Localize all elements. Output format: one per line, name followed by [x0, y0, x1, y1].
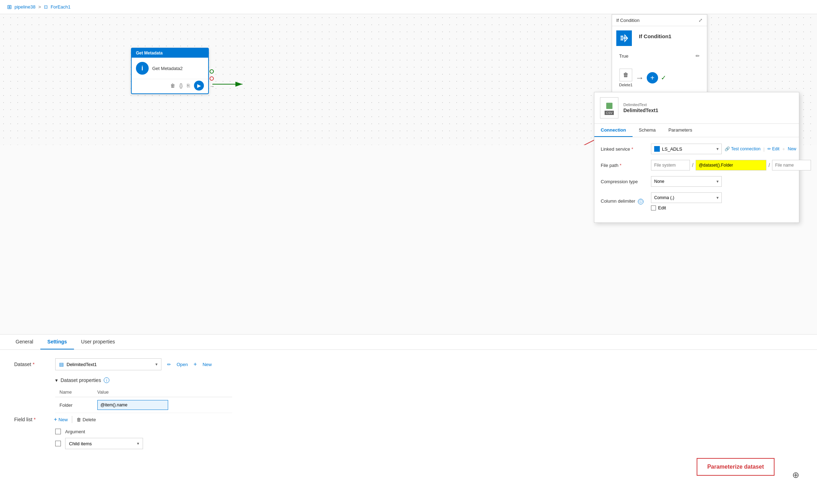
- bottom-panel: General Settings User properties Dataset…: [0, 334, 817, 504]
- path-separator2: /: [768, 162, 771, 168]
- new-linked-service-btn[interactable]: New: [788, 146, 796, 151]
- edit-checkbox[interactable]: [651, 205, 656, 210]
- open-dataset-btn[interactable]: Open: [177, 362, 188, 367]
- parameterize-dataset-btn[interactable]: Parameterize dataset: [697, 458, 775, 476]
- dataset-row: Dataset ▤ DelimitedText1 ▾ ✏ Open + New: [14, 358, 803, 370]
- pipeline-canvas[interactable]: Get Metadata i Get Metadata2 🗑 {} ⎘ ▶: [0, 14, 817, 145]
- if-condition-icon: [616, 30, 632, 46]
- tab-user-properties[interactable]: User properties: [74, 335, 122, 349]
- child-items-row: Child items ▾: [55, 438, 803, 449]
- copy-btn[interactable]: ⎘: [187, 83, 190, 88]
- dataset-icon: ▤: [59, 361, 64, 367]
- collapse-props-btn[interactable]: ▾: [55, 377, 58, 383]
- ls-separator: |: [764, 146, 765, 152]
- child-items-checkbox[interactable]: [55, 441, 61, 446]
- tab-connection[interactable]: Connection: [594, 124, 633, 137]
- linked-service-controls: LS_ADLS ▾ 🔗 Test connection | ✏ Edit + N…: [651, 144, 796, 154]
- if-true-section: True ✏: [616, 52, 703, 60]
- dataset-properties-table: Name Value Folder: [55, 387, 232, 413]
- add-activity-btn[interactable]: +: [647, 72, 658, 83]
- activity-header: Get Metadata: [132, 48, 208, 58]
- path-separator1: /: [691, 162, 694, 168]
- success-connector[interactable]: [210, 69, 214, 74]
- new-field-btn[interactable]: + New: [54, 416, 68, 423]
- delete1-activity[interactable]: 🗑 Delete1: [619, 69, 633, 87]
- edit-linked-service-btn[interactable]: ✏ Edit: [767, 146, 779, 151]
- delete-field-btn[interactable]: 🗑 Delete: [76, 417, 96, 422]
- compression-dropdown[interactable]: None ▾: [651, 176, 722, 187]
- new-dataset-plus-icon[interactable]: +: [194, 361, 197, 367]
- folder-path-input[interactable]: @dataset().Folder: [696, 160, 766, 170]
- compression-row: Compression type None ▾: [601, 176, 793, 187]
- value-column-header: Value: [93, 387, 232, 397]
- trash-icon: 🗑: [623, 72, 629, 78]
- folder-value-input[interactable]: [97, 400, 168, 410]
- ls-value: LS_ADLS: [662, 146, 682, 152]
- csv-icon: ▦ CSV: [600, 97, 618, 118]
- failure-connector[interactable]: [210, 76, 214, 81]
- crosshair-icon[interactable]: ⊕: [792, 470, 799, 480]
- child-items-dropdown[interactable]: Child items ▾: [65, 438, 143, 449]
- file-path-inputs: / @dataset().Folder /: [651, 160, 811, 170]
- argument-item-row: Argument: [55, 429, 803, 434]
- col-delimiter-info-icon[interactable]: ⓘ: [638, 199, 644, 204]
- linked-service-dropdown[interactable]: LS_ADLS ▾: [651, 144, 722, 154]
- delete-trash-icon: 🗑: [76, 417, 81, 422]
- argument-checkbox[interactable]: [55, 429, 61, 434]
- delete-activity-btn[interactable]: 🗑: [170, 83, 175, 88]
- plus-icon: +: [650, 74, 655, 82]
- foreach-icon: ⊡: [44, 4, 48, 10]
- true-label: True: [619, 53, 633, 59]
- props-info-icon[interactable]: i: [104, 377, 109, 383]
- col-delimiter-dropdown[interactable]: Comma (,) ▾: [651, 192, 722, 203]
- tab-settings[interactable]: Settings: [40, 335, 74, 349]
- file-system-input[interactable]: [651, 160, 690, 170]
- foreach-link[interactable]: ForEach1: [51, 4, 70, 10]
- dataset-properties-section: ▾ Dataset properties i Name Value Folder: [55, 377, 803, 413]
- expand-icon[interactable]: ⤢: [698, 17, 703, 23]
- linked-service-label: Linked service: [601, 146, 647, 152]
- check-icon: ✓: [661, 74, 666, 82]
- test-connection-btn[interactable]: 🔗 Test connection: [725, 146, 761, 151]
- name-column-header: Name: [55, 387, 93, 397]
- props-header: ▾ Dataset properties i: [55, 377, 803, 383]
- tab-parameters[interactable]: Parameters: [662, 124, 698, 137]
- activity-actions: 🗑 {} ⎘ ▶: [132, 79, 208, 93]
- pipeline-link[interactable]: pipeline38: [15, 4, 35, 10]
- delimited-name: DelimitedText1: [623, 108, 658, 113]
- tab-general[interactable]: General: [8, 335, 40, 349]
- csv-badge: CSV: [605, 111, 614, 115]
- ls-separator2: +: [782, 146, 785, 152]
- folder-property-value[interactable]: [93, 397, 232, 413]
- edit-checkbox-row: Edit: [651, 205, 722, 210]
- svg-rect-3: [621, 39, 623, 40]
- get-metadata-node[interactable]: Get Metadata i Get Metadata2 🗑 {} ⎘ ▶: [131, 48, 209, 94]
- tab-schema[interactable]: Schema: [633, 124, 662, 137]
- csv-table-icon: ▦: [606, 101, 613, 110]
- file-path-label: File path: [601, 163, 647, 168]
- svg-line-6: [262, 131, 612, 145]
- dataset-dropdown[interactable]: ▤ DelimitedText1 ▾: [55, 358, 161, 370]
- breadcrumb-bar: ⊞ pipeline38 > ⊡ ForEach1: [0, 0, 817, 14]
- activity-body: i Get Metadata2: [132, 58, 208, 79]
- code-btn[interactable]: {}: [179, 83, 183, 88]
- delimited-card-header: ▦ CSV DelimitedText DelimitedText1: [594, 92, 799, 124]
- dataset-chevron-icon: ▾: [155, 362, 158, 367]
- bottom-tabs: General Settings User properties: [0, 335, 817, 350]
- delimited-type-label: DelimitedText: [623, 103, 658, 107]
- edit-dataset-icon[interactable]: ✏: [167, 362, 171, 367]
- arrow-right-icon: →: [635, 73, 644, 83]
- run-btn[interactable]: ▶: [194, 81, 204, 91]
- field-list-items: Argument Child items ▾: [55, 429, 803, 449]
- true-edit-btn[interactable]: ✏: [696, 53, 700, 59]
- file-name-input[interactable]: [772, 160, 811, 170]
- file-path-row: File path / @dataset().Folder /: [601, 160, 793, 170]
- if-true-content: 🗑 Delete1 → + ✓: [616, 66, 703, 90]
- ls-chevron-icon: ▾: [716, 146, 719, 151]
- delimited-card-tabs: Connection Schema Parameters: [594, 124, 799, 137]
- delimited-text-card[interactable]: ▦ CSV DelimitedText DelimitedText1 Conne…: [594, 92, 799, 223]
- activity-name: Get Metadata2: [152, 66, 183, 71]
- delimited-card-info: DelimitedText DelimitedText1: [623, 103, 658, 113]
- folder-property-name: Folder: [55, 397, 93, 413]
- new-dataset-btn[interactable]: New: [202, 362, 212, 367]
